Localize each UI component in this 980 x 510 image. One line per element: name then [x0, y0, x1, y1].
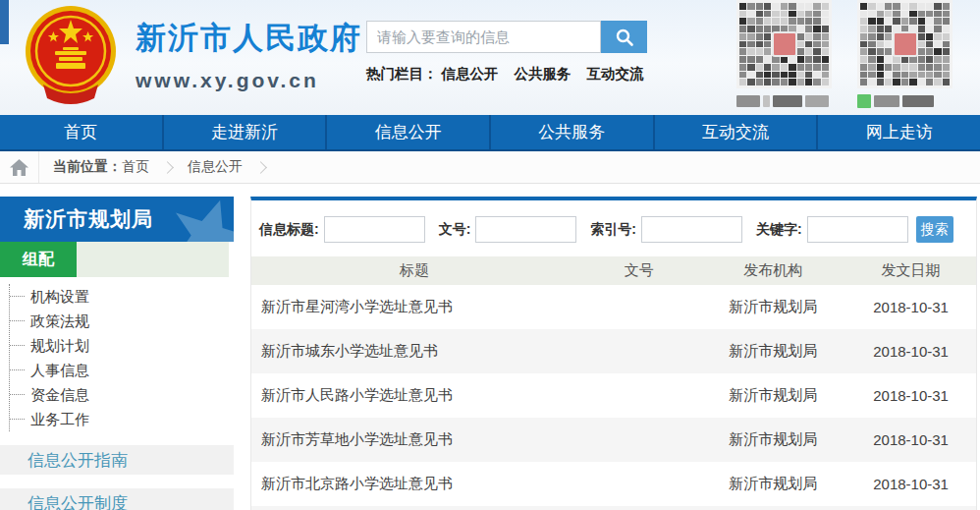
sidebar: 新沂市规划局 组配 机构设置 政策法规 规划计划 人事信息 资金信息 业务工作 … — [0, 197, 234, 510]
qr-code-left — [736, 0, 832, 88]
filter-row: 信息标题: 文号: 索引号: 关键字: 搜索 — [251, 200, 976, 243]
sidebar-item-org[interactable]: 机构设置 — [10, 284, 234, 309]
nav-item-visit[interactable]: 网上走访 — [818, 115, 980, 149]
doc-date: 2018-10-31 — [845, 373, 976, 418]
hot-links-label: 热门栏目： — [366, 66, 438, 82]
chevron-right-icon — [254, 161, 267, 174]
doc-title-link[interactable]: 新沂市北京路小学选址意见书 — [251, 462, 577, 506]
hot-link-service[interactable]: 公共服务 — [515, 66, 572, 82]
table-row: 新沂市星河湾小学选址意见书 新沂市规划局 2018-10-31 — [251, 285, 976, 329]
sidebar-title: 新沂市规划局 — [24, 205, 153, 233]
sidebar-item-plan[interactable]: 规划计划 — [10, 333, 234, 358]
content-area: 新沂市规划局 组配 机构设置 政策法规 规划计划 人事信息 资金信息 业务工作 … — [0, 184, 980, 510]
nav-item-interact[interactable]: 互动交流 — [655, 115, 819, 149]
doc-org: 新沂市规划局 — [701, 285, 846, 329]
table-header-row: 标题 文号 发布机构 发文日期 — [251, 256, 976, 285]
doc-number — [577, 285, 700, 329]
sidebar-section-guide[interactable]: 信息公开指南 — [0, 445, 234, 475]
sidebar-section-system[interactable]: 信息公开制度 — [0, 488, 234, 510]
header-search-zone: 热门栏目： 信息公开 公共服务 互动交流 — [366, 21, 651, 84]
qr-code-right — [857, 0, 953, 88]
table-row: 新沂市人民路小学选址意见书 新沂市规划局 2018-10-31 — [251, 373, 976, 418]
site-title: 新沂市人民政府 — [136, 18, 362, 59]
sidebar-item-policy[interactable]: 政策法规 — [10, 309, 234, 333]
doc-date: 2018-10-31 — [845, 418, 976, 462]
sidebar-tab-rest — [77, 242, 229, 277]
doc-title-link[interactable]: 新沂市人民路小学选址意见书 — [251, 373, 577, 418]
filter-label-keyword: 关键字: — [756, 221, 802, 239]
magnifier-icon — [615, 28, 634, 47]
sidebar-header: 新沂市规划局 — [0, 197, 234, 242]
doc-org: 新沂市规划局 — [701, 462, 846, 506]
breadcrumb-info[interactable]: 信息公开 — [188, 158, 243, 176]
corner-decoration — [0, 0, 9, 44]
chevron-right-icon — [161, 161, 174, 174]
table-row: 新沂市芳草地小学选址意见书 新沂市规划局 2018-10-31 — [251, 418, 976, 462]
table-row: 新沂市北京路小学选址意见书 新沂市规划局 2018-10-31 — [251, 462, 976, 506]
filter-input-index[interactable] — [641, 216, 742, 243]
sidebar-tree: 机构设置 政策法规 规划计划 人事信息 资金信息 业务工作 — [9, 284, 234, 431]
hot-link-interact[interactable]: 互动交流 — [587, 66, 644, 82]
sidebar-tab-zupei[interactable]: 组配 — [0, 242, 77, 277]
search-button[interactable] — [601, 21, 647, 53]
col-org: 发布机构 — [701, 256, 846, 285]
doc-title-link[interactable]: 新沂市星河湾小学选址意见书 — [251, 285, 577, 329]
home-icon-button[interactable] — [0, 151, 39, 183]
sidebar-item-funds[interactable]: 资金信息 — [10, 382, 234, 407]
search-input[interactable] — [366, 21, 601, 53]
nav-item-about[interactable]: 走进新沂 — [164, 115, 328, 149]
sidebar-item-hr[interactable]: 人事信息 — [10, 358, 234, 382]
main-nav: 首页 走进新沂 信息公开 公共服务 互动交流 网上走访 — [0, 115, 980, 151]
doc-date: 2018-10-31 — [845, 285, 976, 329]
breadcrumb: 当前位置： 首页 信息公开 — [0, 151, 980, 184]
filter-label-docno: 文号: — [439, 221, 471, 239]
table-row-partial — [251, 506, 976, 510]
filter-label-index: 索引号: — [590, 221, 636, 239]
star-decoration-icon — [171, 198, 234, 242]
filter-input-title[interactable] — [324, 216, 425, 243]
table-row: 新沂市城东小学选址意见书 新沂市规划局 2018-10-31 — [251, 329, 976, 373]
qr-code-zone — [736, 0, 953, 108]
hot-links-row: 热门栏目： 信息公开 公共服务 互动交流 — [366, 65, 651, 84]
nav-item-home[interactable]: 首页 — [0, 115, 164, 149]
doc-title-link[interactable]: 新沂市城东小学选址意见书 — [251, 329, 577, 373]
qr-caption-right — [857, 93, 953, 108]
filter-input-docno[interactable] — [475, 216, 576, 243]
doc-date: 2018-10-31 — [845, 329, 976, 373]
filter-search-button[interactable]: 搜索 — [916, 216, 953, 243]
col-date: 发文日期 — [845, 256, 976, 285]
breadcrumb-prefix: 当前位置： — [53, 158, 122, 176]
doc-title-link[interactable]: 新沂市芳草地小学选址意见书 — [251, 418, 577, 462]
breadcrumb-home[interactable]: 首页 — [122, 158, 149, 176]
doc-date: 2018-10-31 — [845, 462, 976, 506]
doc-org: 新沂市规划局 — [701, 418, 846, 462]
doc-number — [577, 329, 700, 373]
doc-number — [577, 418, 700, 462]
doc-number — [577, 462, 700, 506]
hot-link-info[interactable]: 信息公开 — [442, 66, 499, 82]
site-url: www.xy.gov.cn — [136, 69, 362, 92]
qr-caption-left — [736, 93, 832, 108]
doc-org: 新沂市规划局 — [701, 329, 846, 373]
sidebar-item-business[interactable]: 业务工作 — [10, 407, 234, 431]
doc-org: 新沂市规划局 — [701, 373, 846, 418]
document-table: 标题 文号 发布机构 发文日期 新沂市星河湾小学选址意见书 新沂市规划局 201… — [251, 256, 976, 506]
home-icon — [9, 158, 29, 177]
wechat-icon — [857, 94, 871, 108]
doc-number — [577, 373, 700, 418]
site-header: 新沂市人民政府 www.xy.gov.cn 热门栏目： 信息公开 公共服务 互动… — [0, 0, 980, 115]
main-panel: 信息标题: 文号: 索引号: 关键字: 搜索 标题 文号 — [250, 197, 977, 510]
sidebar-tab-row: 组配 — [0, 242, 229, 277]
col-docno: 文号 — [577, 256, 700, 285]
site-logo-link[interactable]: 新沂市人民政府 www.xy.gov.cn — [24, 4, 362, 106]
filter-label-title: 信息标题: — [259, 221, 319, 239]
nav-item-service[interactable]: 公共服务 — [491, 115, 655, 149]
col-title: 标题 — [251, 256, 577, 285]
national-emblem-icon — [24, 4, 118, 106]
filter-input-keyword[interactable] — [807, 216, 908, 243]
nav-item-info[interactable]: 信息公开 — [327, 115, 491, 149]
